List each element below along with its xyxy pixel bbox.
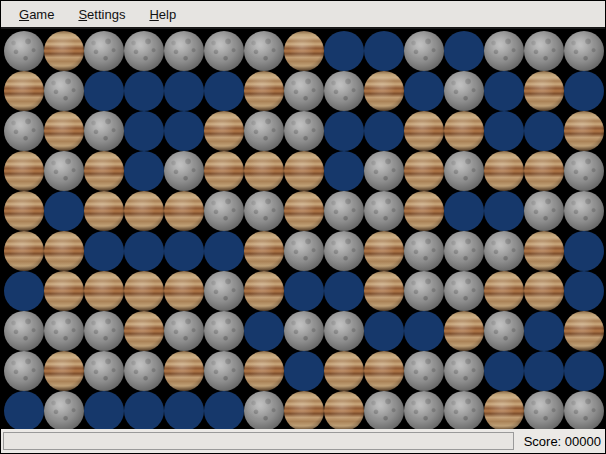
ball-jupiter[interactable] — [284, 151, 324, 191]
ball-moon[interactable] — [404, 231, 444, 271]
ball-jupiter[interactable] — [364, 271, 404, 311]
ball-moon[interactable] — [444, 151, 484, 191]
ball-earth[interactable] — [204, 71, 244, 111]
menu-game[interactable]: Game — [11, 4, 62, 25]
ball-earth[interactable] — [244, 311, 284, 351]
ball-jupiter[interactable] — [44, 111, 84, 151]
ball-moon[interactable] — [444, 271, 484, 311]
ball-moon[interactable] — [564, 31, 604, 71]
ball-jupiter[interactable] — [244, 231, 284, 271]
ball-earth[interactable] — [4, 391, 44, 429]
ball-earth[interactable] — [444, 191, 484, 231]
ball-earth[interactable] — [404, 71, 444, 111]
ball-jupiter[interactable] — [84, 151, 124, 191]
ball-jupiter[interactable] — [404, 151, 444, 191]
ball-earth[interactable] — [564, 231, 604, 271]
ball-jupiter[interactable] — [124, 191, 164, 231]
ball-moon[interactable] — [484, 231, 524, 271]
ball-jupiter[interactable] — [404, 111, 444, 151]
ball-moon[interactable] — [484, 311, 524, 351]
ball-moon[interactable] — [444, 391, 484, 429]
ball-jupiter[interactable] — [84, 191, 124, 231]
ball-jupiter[interactable] — [124, 311, 164, 351]
ball-moon[interactable] — [204, 31, 244, 71]
ball-moon[interactable] — [324, 191, 364, 231]
ball-moon[interactable] — [124, 31, 164, 71]
ball-jupiter[interactable] — [364, 71, 404, 111]
ball-jupiter[interactable] — [204, 151, 244, 191]
ball-earth[interactable] — [484, 71, 524, 111]
ball-earth[interactable] — [484, 351, 524, 391]
ball-earth[interactable] — [564, 71, 604, 111]
ball-earth[interactable] — [124, 151, 164, 191]
ball-earth[interactable] — [4, 271, 44, 311]
ball-earth[interactable] — [484, 191, 524, 231]
ball-earth[interactable] — [524, 351, 564, 391]
ball-moon[interactable] — [164, 311, 204, 351]
ball-moon[interactable] — [204, 271, 244, 311]
ball-moon[interactable] — [204, 191, 244, 231]
ball-earth[interactable] — [164, 391, 204, 429]
ball-jupiter[interactable] — [564, 111, 604, 151]
ball-jupiter[interactable] — [364, 351, 404, 391]
ball-moon[interactable] — [204, 351, 244, 391]
ball-moon[interactable] — [444, 71, 484, 111]
ball-jupiter[interactable] — [524, 71, 564, 111]
ball-moon[interactable] — [364, 391, 404, 429]
ball-earth[interactable] — [84, 391, 124, 429]
ball-moon[interactable] — [244, 191, 284, 231]
ball-moon[interactable] — [164, 151, 204, 191]
ball-moon[interactable] — [564, 191, 604, 231]
ball-moon[interactable] — [44, 391, 84, 429]
ball-moon[interactable] — [84, 351, 124, 391]
ball-moon[interactable] — [284, 231, 324, 271]
ball-jupiter[interactable] — [4, 151, 44, 191]
ball-jupiter[interactable] — [404, 191, 444, 231]
ball-earth[interactable] — [524, 111, 564, 151]
ball-jupiter[interactable] — [4, 231, 44, 271]
ball-jupiter[interactable] — [284, 31, 324, 71]
ball-earth[interactable] — [404, 311, 444, 351]
ball-moon[interactable] — [4, 111, 44, 151]
ball-jupiter[interactable] — [164, 271, 204, 311]
ball-earth[interactable] — [84, 71, 124, 111]
ball-jupiter[interactable] — [484, 271, 524, 311]
ball-moon[interactable] — [324, 231, 364, 271]
ball-jupiter[interactable] — [364, 231, 404, 271]
ball-jupiter[interactable] — [324, 391, 364, 429]
menu-help[interactable]: Help — [141, 4, 184, 25]
ball-jupiter[interactable] — [44, 271, 84, 311]
ball-earth[interactable] — [324, 151, 364, 191]
ball-earth[interactable] — [204, 231, 244, 271]
ball-moon[interactable] — [444, 351, 484, 391]
ball-earth[interactable] — [364, 31, 404, 71]
ball-earth[interactable] — [564, 351, 604, 391]
ball-earth[interactable] — [324, 271, 364, 311]
ball-jupiter[interactable] — [244, 71, 284, 111]
ball-earth[interactable] — [364, 311, 404, 351]
ball-moon[interactable] — [84, 311, 124, 351]
ball-moon[interactable] — [44, 71, 84, 111]
ball-moon[interactable] — [164, 31, 204, 71]
ball-jupiter[interactable] — [124, 271, 164, 311]
ball-moon[interactable] — [484, 31, 524, 71]
ball-moon[interactable] — [84, 111, 124, 151]
ball-jupiter[interactable] — [164, 191, 204, 231]
ball-moon[interactable] — [204, 311, 244, 351]
ball-earth[interactable] — [124, 391, 164, 429]
ball-jupiter[interactable] — [4, 71, 44, 111]
ball-moon[interactable] — [244, 31, 284, 71]
ball-moon[interactable] — [324, 311, 364, 351]
ball-moon[interactable] — [404, 31, 444, 71]
ball-jupiter[interactable] — [244, 351, 284, 391]
ball-earth[interactable] — [124, 231, 164, 271]
ball-jupiter[interactable] — [444, 111, 484, 151]
ball-moon[interactable] — [44, 311, 84, 351]
ball-moon[interactable] — [564, 391, 604, 429]
ball-jupiter[interactable] — [484, 151, 524, 191]
ball-moon[interactable] — [404, 351, 444, 391]
ball-earth[interactable] — [164, 231, 204, 271]
ball-moon[interactable] — [404, 271, 444, 311]
ball-earth[interactable] — [164, 71, 204, 111]
ball-jupiter[interactable] — [564, 311, 604, 351]
